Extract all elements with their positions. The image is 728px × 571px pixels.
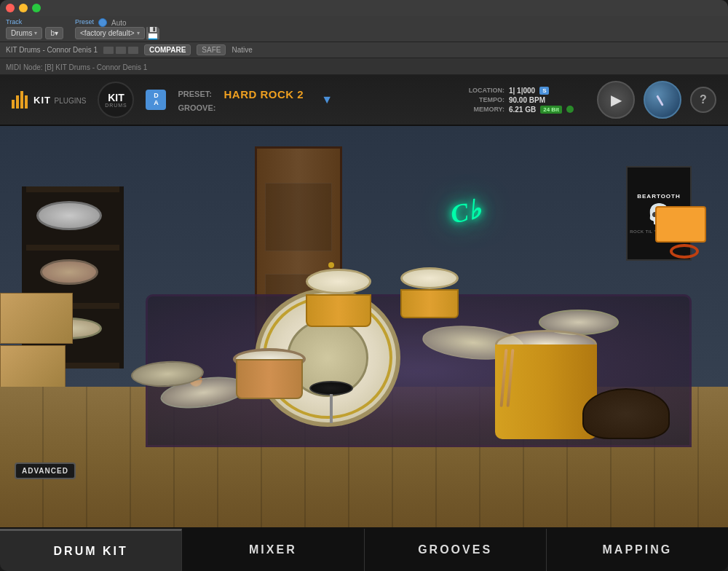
memory-status-dot — [566, 106, 574, 113]
midi-row: MIDI Node: [B] KIT Drums - Connor Denis … — [0, 58, 728, 75]
preset-row: PRESET: HARD ROCK 2 — [178, 88, 304, 101]
mid-tom[interactable] — [306, 269, 371, 327]
title-bar — [0, 0, 728, 16]
poster-title: BEARTOOTH — [637, 193, 681, 200]
track-channel-dropdown[interactable]: b▾ — [45, 27, 63, 39]
track-section: Track Drums ▾ b▾ — [6, 18, 63, 39]
preset-groove-section: PRESET: HARD ROCK 2 GROOVE: — [178, 88, 304, 112]
toolbar-icon-1[interactable] — [103, 47, 114, 54]
kit-badge-text: KIT — [108, 92, 124, 103]
kit-badge-sub: DRUMS — [105, 103, 127, 108]
rack-tom-head — [400, 267, 459, 289]
compare-button[interactable]: COMPARE — [144, 44, 191, 55]
dog — [582, 388, 670, 439]
native-button[interactable]: Native — [232, 46, 252, 54]
location-value: 1| 1|000 — [509, 87, 535, 95]
header-controls: ▶ ? — [597, 81, 716, 119]
groove-row: GROOVE: — [178, 103, 304, 112]
traffic-lights — [6, 4, 41, 12]
tempo-row: TEMPO: 90.00 BPM — [461, 96, 574, 104]
logo-bars-icon — [12, 91, 28, 109]
toolbar-icon-3[interactable] — [128, 47, 138, 54]
nav-drum-kit-label: DRUM KIT — [54, 545, 128, 558]
preset-controls: <factory default> ▾ 💾 — [75, 27, 158, 39]
kit-logo: KIT PLUGINS — [12, 91, 86, 109]
basketball-hoop — [655, 206, 713, 294]
shelf-snare-top — [36, 201, 102, 230]
breadcrumb: KIT Drums - Connor Denis 1 — [6, 46, 98, 54]
logo-text: KIT — [33, 95, 55, 106]
box-large — [0, 293, 73, 344]
location-label: LOCATION: — [461, 87, 505, 94]
memory-row: MEMORY: 6.21 GB 24 Bit — [461, 106, 574, 114]
advanced-button[interactable]: ADVANCED — [15, 462, 76, 479]
tempo-value: 90.00 BPM — [509, 96, 545, 104]
info-section: LOCATION: 1| 1|000 S TEMPO: 90.00 BPM ME… — [461, 87, 574, 114]
play-button[interactable]: ▶ — [597, 81, 635, 119]
neon-text: C♭ — [448, 194, 483, 229]
main-window: Track Drums ▾ b▾ Preset Auto — [0, 0, 728, 571]
snare-drum[interactable] — [233, 348, 306, 399]
preset-dropdown[interactable]: <factory default> ▾ — [75, 27, 145, 39]
toolbar-icon-2[interactable] — [116, 47, 126, 54]
nav-grooves[interactable]: GROOVES — [365, 529, 547, 571]
close-button[interactable] — [6, 4, 15, 12]
drum-kit-area: C♭ BEARTOOTH 💀 ROCK TIL YOU'RE DEAD — [0, 126, 728, 527]
logo-plugins: PLUGINS — [55, 97, 87, 105]
toolbar-area: Track Drums ▾ b▾ Preset Auto — [0, 16, 728, 75]
volume-knob[interactable] — [644, 81, 681, 119]
nav-drum-kit[interactable]: DRUM KIT — [0, 529, 182, 571]
kit-badge: KIT DRUMS — [98, 82, 134, 118]
hoop-rim — [670, 244, 699, 259]
memory-value: 6.21 GB — [509, 106, 536, 114]
plugin-header: KIT PLUGINS KIT DRUMS D A PRESET: HARD R… — [0, 75, 728, 126]
nav-mapping[interactable]: MAPPING — [547, 529, 728, 571]
memory-label: MEMORY: — [461, 106, 505, 113]
location-row: LOCATION: 1| 1|000 S — [461, 87, 574, 95]
box-medium — [0, 345, 66, 389]
groove-label: GROOVE: — [178, 103, 218, 112]
door-knob — [328, 262, 334, 268]
nav-mixer-label: MIXER — [249, 543, 297, 556]
preset-section-toolbar: Preset Auto <factory default> ▾ 💾 — [75, 18, 158, 39]
rack-tom[interactable] — [400, 267, 459, 318]
snare-body — [236, 359, 303, 399]
track-dropdown[interactable]: Drums ▾ — [6, 27, 42, 39]
room-scene: C♭ BEARTOOTH 💀 ROCK TIL YOU'RE DEAD — [0, 126, 728, 527]
drum-sticks — [502, 349, 524, 407]
location-badge[interactable]: S — [539, 87, 549, 95]
safe-button[interactable]: SAFE — [197, 44, 226, 55]
mid-tom-head — [306, 269, 371, 294]
toolbar-row1: Track Drums ▾ b▾ Preset Auto — [0, 16, 728, 42]
memory-badge: 24 Bit — [540, 106, 562, 114]
da-badge[interactable]: D A — [146, 90, 166, 110]
rack-tom-body — [400, 289, 459, 318]
stick-2 — [507, 349, 515, 407]
maximize-button[interactable] — [32, 4, 41, 12]
stool-post — [330, 394, 333, 423]
bottom-nav: DRUM KIT MIXER GROOVES MAPPING — [0, 527, 728, 571]
neon-sign: C♭ — [422, 186, 510, 237]
track-label: Track — [6, 18, 63, 25]
nav-grooves-label: GROOVES — [418, 543, 492, 556]
stool-seat — [309, 381, 353, 395]
mid-tom-body — [306, 294, 371, 327]
tempo-label: TEMPO: — [461, 96, 505, 103]
preset-label: PRESET: — [178, 90, 218, 98]
door-panel-top — [265, 183, 331, 251]
hoop-backboard — [655, 206, 706, 243]
preset-label-toolbar: Preset — [75, 18, 94, 25]
drum-stool — [306, 381, 357, 439]
midi-text: MIDI Node: [B] KIT Drums - Connor Denis … — [6, 63, 147, 71]
preset-name[interactable]: HARD ROCK 2 — [223, 88, 304, 101]
minimize-button[interactable] — [19, 4, 28, 12]
track-controls: Drums ▾ b▾ — [6, 27, 63, 39]
toolbar-icons — [103, 47, 138, 54]
preset-arrow-button[interactable]: ▼ — [321, 93, 333, 106]
save-preset-icon[interactable]: 💾 — [148, 28, 158, 39]
auto-button[interactable]: Auto — [111, 19, 127, 27]
preset-status-icon — [98, 18, 107, 27]
nav-mixer[interactable]: MIXER — [182, 529, 364, 571]
help-button[interactable]: ? — [690, 87, 716, 113]
toolbar-row2: KIT Drums - Connor Denis 1 COMPARE SAFE … — [0, 42, 728, 58]
